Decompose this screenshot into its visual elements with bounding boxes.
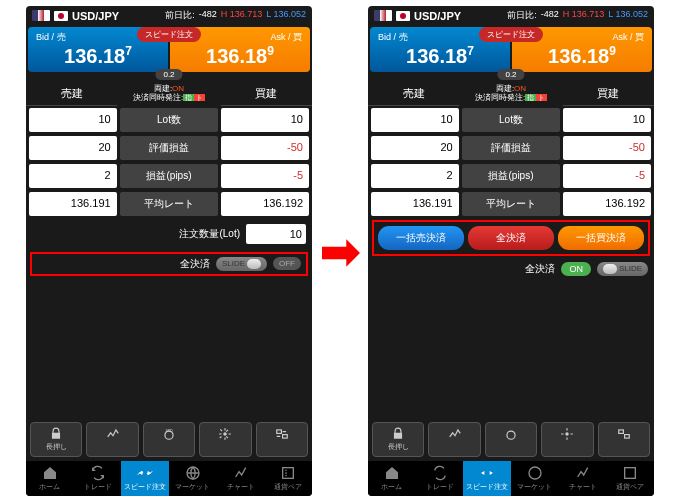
- swap-button[interactable]: [256, 422, 308, 457]
- phone-left: USD/JPY 前日比: -482 H 136.713 L 136.052 スピ…: [26, 6, 312, 496]
- on-pill: ON: [561, 262, 591, 276]
- lock-button[interactable]: 長押し: [372, 422, 424, 457]
- chart-button[interactable]: [86, 422, 138, 457]
- nav-market[interactable]: マーケット: [511, 461, 559, 496]
- speed-order-badge: スピード注文: [137, 27, 201, 42]
- topbar: USD/JPY 前日比: -482 H 136.713 L 136.052: [368, 6, 654, 25]
- svg-rect-12: [625, 468, 636, 479]
- settle-slider[interactable]: SLIDE: [216, 257, 267, 271]
- position-headers: 売建 両建:ON 決済同時発注:指ト 買建: [368, 82, 654, 106]
- settle-label: 全決済: [180, 257, 210, 271]
- sell-settle-button[interactable]: 一括売決済: [378, 226, 464, 250]
- topbar: USD/JPY 前日比: -482 H 136.713 L 136.052: [26, 6, 312, 25]
- table-row: 10Lot数10: [26, 106, 312, 134]
- settle-slider[interactable]: SLIDE: [597, 262, 648, 276]
- nav-bar: ホーム トレード スピード注文 マーケット チャート 通貨ペア: [26, 461, 312, 496]
- settings-button[interactable]: [199, 422, 251, 457]
- spd-button[interactable]: SPD: [143, 422, 195, 457]
- nav-trade[interactable]: トレード: [74, 461, 122, 496]
- lot-row: 注文数量(Lot) 10: [26, 218, 312, 250]
- sell-header: 売建: [26, 82, 117, 106]
- position-table: 10Lot数10 20評価損益-50 2損益(pips)-5 136.191平均…: [368, 106, 654, 218]
- svg-rect-4: [282, 435, 287, 439]
- position-headers: 売建 両建:ON 決済同時発注:指ト 買建: [26, 82, 312, 106]
- settings-button[interactable]: [541, 422, 593, 457]
- flag-jp-icon: [54, 11, 68, 21]
- table-row: 136.191平均レート136.192: [26, 190, 312, 218]
- svg-point-2: [224, 432, 228, 436]
- spd-button[interactable]: [485, 422, 537, 457]
- flag-us-icon: [374, 10, 392, 21]
- table-row: 2損益(pips)-5: [368, 162, 654, 190]
- settle-off-row: 全決済 SLIDE OFF: [30, 252, 308, 276]
- table-row: 20評価損益-50: [368, 134, 654, 162]
- off-pill: OFF: [273, 257, 301, 270]
- nav-bar: ホーム トレード スピード注文 マーケット チャート 通貨ペア: [368, 461, 654, 496]
- prev-label: 前日比:: [165, 9, 195, 22]
- spread-badge: 0.2: [155, 69, 182, 80]
- top-stats: 前日比: -482 H 136.713 L 136.052: [507, 9, 648, 22]
- svg-point-11: [529, 467, 541, 479]
- svg-point-8: [566, 432, 570, 436]
- prev-value: -482: [199, 9, 217, 22]
- table-row: 136.191平均レート136.192: [368, 190, 654, 218]
- price-panel: スピード注文 Bid / 売 136.187 Ask / 買 136.189 0…: [368, 25, 654, 74]
- speed-order-badge: スピード注文: [479, 27, 543, 42]
- swap-button[interactable]: [598, 422, 650, 457]
- center-header: 両建:ON 決済同時発注:指ト: [117, 82, 221, 106]
- svg-rect-9: [619, 430, 624, 434]
- position-table: 10Lot数10 20評価損益-50 2損益(pips)-5 136.191平均…: [26, 106, 312, 218]
- phone-right: USD/JPY 前日比: -482 H 136.713 L 136.052 スピ…: [368, 6, 654, 496]
- settle-on-row: 全決済 ON SLIDE: [368, 258, 654, 280]
- nav-home[interactable]: ホーム: [26, 461, 74, 496]
- arrow-icon: ➡: [320, 223, 360, 279]
- nav-trade[interactable]: トレード: [416, 461, 464, 496]
- nav-speed[interactable]: スピード注文: [463, 461, 511, 496]
- buy-header: 買建: [221, 82, 312, 106]
- svg-point-7: [507, 431, 515, 439]
- nav-pairs[interactable]: 通貨ペア: [606, 461, 654, 496]
- chart-button[interactable]: [428, 422, 480, 457]
- high-value: 136.713: [230, 9, 263, 19]
- nav-home[interactable]: ホーム: [368, 461, 416, 496]
- svg-rect-10: [624, 435, 629, 439]
- table-row: 20評価損益-50: [26, 134, 312, 162]
- toolbar: 長押し: [368, 418, 654, 461]
- nav-pairs[interactable]: 通貨ペア: [264, 461, 312, 496]
- lot-input[interactable]: 10: [246, 224, 306, 244]
- nav-market[interactable]: マーケット: [169, 461, 217, 496]
- lock-button[interactable]: 長押し: [30, 422, 82, 457]
- nav-chart[interactable]: チャート: [217, 461, 265, 496]
- top-stats: 前日比: -482 H 136.713 L 136.052: [165, 9, 306, 22]
- currency-pair: USD/JPY: [72, 10, 119, 22]
- low-value: 136.052: [273, 9, 306, 19]
- nav-chart[interactable]: チャート: [559, 461, 607, 496]
- svg-text:SPD: SPD: [165, 429, 173, 433]
- flag-jp-icon: [396, 11, 410, 21]
- buy-settle-button[interactable]: 一括買決済: [558, 226, 644, 250]
- toolbar: 長押し SPD: [26, 418, 312, 461]
- flag-us-icon: [32, 10, 50, 21]
- svg-rect-6: [283, 468, 294, 479]
- svg-rect-3: [277, 430, 282, 434]
- lot-label: 注文数量(Lot): [179, 227, 240, 241]
- price-panel: スピード注文 Bid / 売 136.187 Ask / 買 136.189 0…: [26, 25, 312, 74]
- currency-pair: USD/JPY: [414, 10, 461, 22]
- all-settle-button[interactable]: 全決済: [468, 226, 554, 250]
- settle-buttons-row: 一括売決済 全決済 一括買決済: [372, 220, 650, 256]
- table-row: 2損益(pips)-5: [26, 162, 312, 190]
- spread-badge: 0.2: [497, 69, 524, 80]
- table-row: 10Lot数10: [368, 106, 654, 134]
- nav-speed[interactable]: スピード注文: [121, 461, 169, 496]
